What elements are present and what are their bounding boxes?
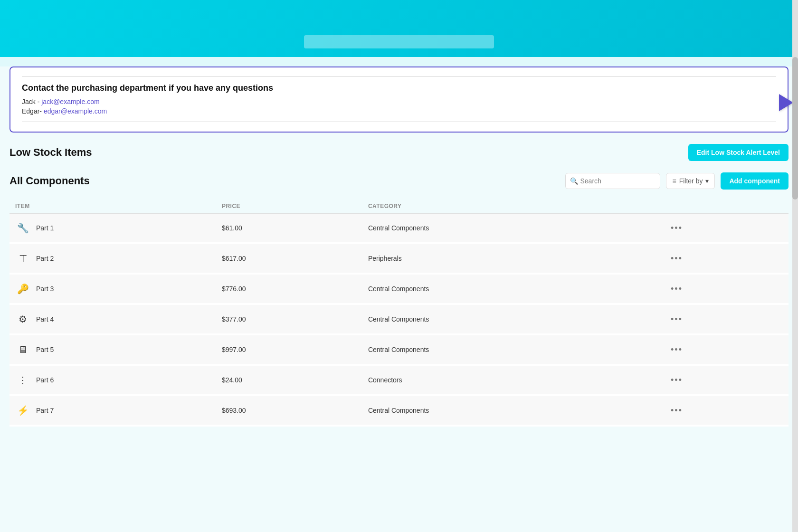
table-row: ⊤ Part 2 $617.00 Peripherals ••• [10, 243, 788, 274]
col-item: ITEM [10, 199, 216, 214]
top-search-input[interactable] [304, 35, 494, 48]
filter-label: Filter by [679, 177, 703, 185]
scrollbar-thumb[interactable] [792, 57, 798, 200]
info-card: Contact the purchasing department if you… [10, 66, 788, 133]
col-category: CATEGORY [362, 199, 661, 214]
edgar-label: Edgar- [22, 107, 44, 115]
item-icon: ⚡ [15, 403, 30, 418]
item-category: Central Components [362, 214, 661, 244]
table-row: 🔧 Part 1 $61.00 Central Components ••• [10, 214, 788, 244]
item-more-cell: ••• [661, 243, 788, 274]
more-options-button[interactable]: ••• [667, 343, 686, 357]
item-cell: ⚙ Part 4 [10, 304, 216, 334]
item-cell: 🖥 Part 5 [10, 334, 216, 365]
components-table: ITEM PRICE CATEGORY 🔧 Part 1 $61.00 Cent… [10, 199, 788, 427]
item-more-cell: ••• [661, 214, 788, 244]
filter-button[interactable]: ≡ Filter by ▾ [666, 173, 715, 189]
all-components-title: All Components [10, 175, 90, 187]
item-category: Peripherals [362, 243, 661, 274]
chevron-down-icon: ▾ [705, 177, 709, 185]
add-component-button[interactable]: Add component [721, 172, 788, 190]
item-price: $377.00 [216, 304, 362, 334]
contact-edgar: Edgar- edgar@example.com [22, 107, 776, 115]
item-category: Central Components [362, 274, 661, 304]
more-options-button[interactable]: ••• [667, 252, 686, 266]
table-row: ⚡ Part 7 $693.00 Central Components ••• [10, 395, 788, 426]
table-row: 🔑 Part 3 $776.00 Central Components ••• [10, 274, 788, 304]
scrollbar-track[interactable] [792, 0, 798, 532]
item-name: Part 5 [36, 346, 54, 353]
bottom-divider [22, 122, 776, 122]
item-price: $24.00 [216, 365, 362, 395]
col-actions [661, 199, 788, 214]
item-cell: ⊤ Part 2 [10, 243, 216, 274]
item-name: Part 7 [36, 407, 54, 414]
more-options-button[interactable]: ••• [667, 313, 686, 326]
low-stock-header: Low Stock Items Edit Low Stock Alert Lev… [10, 144, 788, 161]
item-more-cell: ••• [661, 334, 788, 365]
jack-label: Jack - [22, 98, 41, 105]
edgar-email[interactable]: edgar@example.com [44, 107, 107, 115]
item-price: $776.00 [216, 274, 362, 304]
contact-jack: Jack - jack@example.com [22, 98, 776, 105]
col-price: PRICE [216, 199, 362, 214]
item-icon: ⚙ [15, 312, 30, 327]
item-icon: 🔑 [15, 281, 30, 296]
item-category: Central Components [362, 304, 661, 334]
item-more-cell: ••• [661, 274, 788, 304]
item-name: Part 2 [36, 255, 54, 262]
filter-icon: ≡ [672, 177, 676, 185]
item-category: Connectors [362, 365, 661, 395]
cursor-pointer [779, 94, 793, 111]
item-cell: ⋮ Part 6 [10, 365, 216, 395]
item-more-cell: ••• [661, 395, 788, 426]
more-options-button[interactable]: ••• [667, 221, 686, 235]
more-options-button[interactable]: ••• [667, 404, 686, 418]
item-icon: 🖥 [15, 342, 30, 357]
table-header: ITEM PRICE CATEGORY [10, 199, 788, 214]
content-area: Contact the purchasing department if you… [0, 66, 798, 532]
table-body: 🔧 Part 1 $61.00 Central Components ••• ⊤… [10, 214, 788, 426]
item-cell: 🔑 Part 3 [10, 274, 216, 304]
item-category: Central Components [362, 395, 661, 426]
search-wrapper: 🔍 [565, 173, 660, 189]
item-price: $997.00 [216, 334, 362, 365]
item-name: Part 4 [36, 315, 54, 323]
item-category: Central Components [362, 334, 661, 365]
header-controls: 🔍 ≡ Filter by ▾ Add component [565, 172, 788, 190]
table-row: 🖥 Part 5 $997.00 Central Components ••• [10, 334, 788, 365]
item-more-cell: ••• [661, 304, 788, 334]
all-components-header: All Components 🔍 ≡ Filter by ▾ Add compo… [10, 172, 788, 190]
top-bar [0, 0, 798, 57]
item-name: Part 6 [36, 376, 54, 384]
item-price: $61.00 [216, 214, 362, 244]
item-icon: ⋮ [15, 372, 30, 388]
table-row: ⋮ Part 6 $24.00 Connectors ••• [10, 365, 788, 395]
item-cell: 🔧 Part 1 [10, 214, 216, 244]
item-more-cell: ••• [661, 365, 788, 395]
table-row: ⚙ Part 4 $377.00 Central Components ••• [10, 304, 788, 334]
search-input[interactable] [565, 173, 660, 189]
info-card-title: Contact the purchasing department if you… [22, 83, 776, 93]
item-name: Part 3 [36, 285, 54, 293]
jack-email[interactable]: jack@example.com [41, 98, 99, 105]
low-stock-title: Low Stock Items [10, 146, 92, 159]
edit-low-stock-button[interactable]: Edit Low Stock Alert Level [688, 144, 788, 161]
item-cell: ⚡ Part 7 [10, 395, 216, 426]
item-icon: 🔧 [15, 220, 30, 236]
item-price: $617.00 [216, 243, 362, 274]
more-options-button[interactable]: ••• [667, 373, 686, 387]
item-price: $693.00 [216, 395, 362, 426]
top-divider [22, 76, 776, 76]
more-options-button[interactable]: ••• [667, 282, 686, 296]
cursor-triangle-icon [779, 94, 793, 111]
item-name: Part 1 [36, 224, 54, 232]
search-icon: 🔍 [570, 177, 578, 185]
item-icon: ⊤ [15, 251, 30, 266]
